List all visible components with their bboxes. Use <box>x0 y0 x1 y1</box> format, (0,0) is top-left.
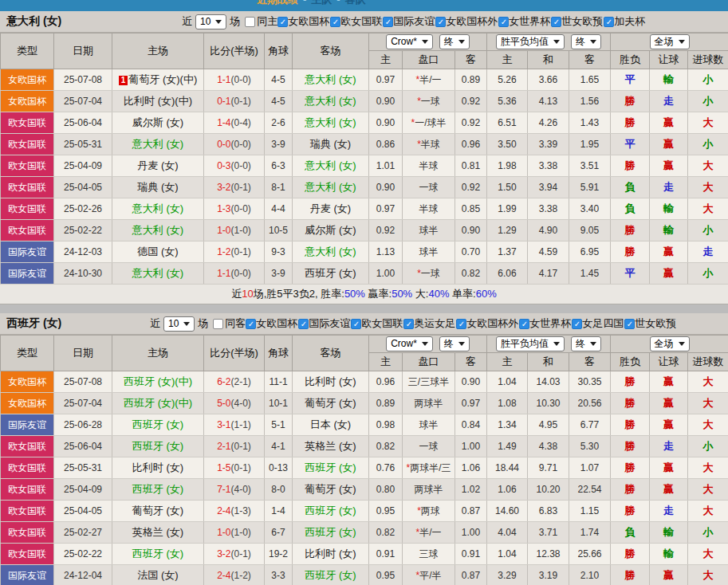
match-row: 欧女国联25-04-05葡萄牙 (女)2-4(1-3)1-4西班牙 (女)0.9… <box>1 501 728 522</box>
away-odds-cell: 0.84 <box>455 414 487 436</box>
scope-select[interactable]: 全场 <box>650 34 690 49</box>
result-handicap-cell: 輸 <box>650 198 688 220</box>
handicap-cell: 球半 <box>403 414 455 436</box>
result-wdl-cell: 勝 <box>611 479 650 501</box>
competition-checkbox[interactable]: ✓ <box>351 319 361 329</box>
same-venue-checkbox[interactable] <box>213 319 223 329</box>
col-result-wdl: 胜负 <box>611 51 650 69</box>
nav-link[interactable]: 客队 <box>345 0 366 6</box>
corner-cell: 6-3 <box>265 155 293 177</box>
odds-state-select[interactable]: 终 <box>439 336 470 351</box>
away-team-name: 意大利 (女) <box>305 159 356 171</box>
competition-checkbox[interactable]: ✓ <box>498 17 509 27</box>
avg-state-select[interactable]: 终 <box>571 336 601 351</box>
spain-section: 西班牙 (女) 近 10 场 同客 ✓女欧国杯✓国际友谊✓欧女国联✓奥运女足✓女… <box>0 313 728 585</box>
competition-checkbox[interactable]: ✓ <box>604 17 614 27</box>
avg-draw-cell: 3.38 <box>528 198 569 220</box>
same-venue-checkbox[interactable] <box>245 17 255 27</box>
away-team-name: 瑞典 (女) <box>310 138 351 150</box>
result-handicap-cell: 走 <box>650 91 688 112</box>
competition-checkbox[interactable]: ✓ <box>277 17 288 27</box>
competition-checkbox[interactable]: ✓ <box>572 319 582 329</box>
result-goals-cell: 小 <box>688 522 728 544</box>
odds-state-select[interactable]: 终 <box>439 34 470 49</box>
avg-draw-cell: 4.38 <box>528 436 569 457</box>
competition-checkbox[interactable]: ✓ <box>435 17 446 27</box>
chevron-down-icon <box>422 342 428 346</box>
type-cell: 女欧国杯 <box>1 371 54 393</box>
result-handicap-cell: 贏 <box>650 241 688 263</box>
nav-separator: - <box>336 0 340 6</box>
match-row: 欧女国联25-02-22西班牙 (女)3-2(0-1)19-2比利时 (女)0.… <box>1 544 728 565</box>
fulltime-score: 1-1 <box>217 268 230 279</box>
avg-away-cell: 25.66 <box>569 544 611 565</box>
result-wdl-cell: 平 <box>611 134 650 155</box>
competition-label: 国际友谊 <box>309 317 350 329</box>
competition-checkbox[interactable]: ✓ <box>246 319 256 329</box>
score-cell: 1-1(0-0) <box>204 69 265 91</box>
competition-checkbox[interactable]: ✓ <box>456 319 466 329</box>
away-odds-cell: 0.81 <box>455 155 487 177</box>
col-ah-away: 客 <box>455 353 487 371</box>
halftime-score: (4-0) <box>231 484 251 495</box>
competition-checkbox[interactable]: ✓ <box>403 319 414 329</box>
type-cell: 欧女国联 <box>1 134 54 155</box>
date-cell: 25-07-08 <box>54 371 112 393</box>
avg-state-select[interactable]: 终 <box>571 34 601 49</box>
date-cell: 25-07-08 <box>54 69 112 91</box>
competition-label: 女足四国 <box>582 317 624 329</box>
match-count-select[interactable]: 10 <box>163 316 195 332</box>
competition-checkbox[interactable]: ✓ <box>519 319 529 329</box>
date-cell: 25-07-04 <box>54 91 112 112</box>
filter-bar: 近 10 场 同客 ✓女欧国杯✓国际友谊✓欧女国联✓奥运女足✓女欧国杯外✓女世界… <box>150 316 677 332</box>
competition-checkbox[interactable]: ✓ <box>330 17 340 27</box>
team-title: 意大利 (女) <box>0 14 182 29</box>
away-team-cell: 意大利 (女) <box>293 155 369 177</box>
section-divider <box>0 304 728 313</box>
away-team-cell: 意大利 (女) <box>293 91 369 112</box>
scope-select[interactable]: 全场 <box>650 336 690 351</box>
odds-provider-select[interactable]: Crow* <box>386 336 433 351</box>
handicap-text: 一球 <box>421 268 440 279</box>
nav-link[interactable]: 主队 <box>311 0 332 6</box>
result-handicap-cell: 贏 <box>650 155 688 177</box>
halftime-score: (0-1) <box>231 246 251 257</box>
team-title: 西班牙 (女) <box>0 316 150 331</box>
away-odds-cell: 0.91 <box>455 544 487 565</box>
match-count-select[interactable]: 10 <box>195 14 226 29</box>
competition-checkbox[interactable]: ✓ <box>624 319 635 329</box>
result-wdl-cell: 勝 <box>611 112 650 134</box>
away-odds-cell: 1.02 <box>455 479 487 501</box>
avg-odds-select[interactable]: 胜平负均值 <box>496 336 565 351</box>
avg-draw-cell: 4.95 <box>528 414 569 436</box>
rank-badge: 1 <box>119 76 128 85</box>
result-handicap-cell: 輸 <box>650 220 688 241</box>
home-team-name: 法国 (女) <box>137 569 178 581</box>
avg-home-cell: 3.29 <box>487 565 528 585</box>
fulltime-score: 5-0 <box>217 398 230 409</box>
away-team-cell: 日本 (女) <box>293 414 369 436</box>
away-team-cell: 丹麦 (女) <box>293 198 369 220</box>
nav-link[interactable]: 近期战绩 <box>257 0 298 6</box>
competition-checkbox[interactable]: ✓ <box>383 17 393 27</box>
score-cell: 1-3(0-0) <box>204 198 265 220</box>
col-away: 客场 <box>293 33 369 69</box>
col-avg-away: 客 <box>569 51 611 69</box>
handicap-cell: 三球 <box>403 544 455 565</box>
match-row: 欧女国联25-02-22意大利 (女)1-0(1-0)10-5威尔斯 (女)0.… <box>1 220 728 241</box>
result-handicap-cell: 贏 <box>650 134 688 155</box>
corner-cell: 9-3 <box>265 241 293 263</box>
home-team-name: 意大利 (女) <box>132 224 183 236</box>
result-wdl-cell: 勝 <box>611 457 650 479</box>
competition-checkbox[interactable]: ✓ <box>298 319 309 329</box>
home-team-cell: 西班牙 (女) <box>112 436 204 457</box>
date-cell: 25-05-31 <box>54 134 112 155</box>
avg-odds-select[interactable]: 胜平负均值 <box>496 34 565 49</box>
result-handicap-cell: 贏 <box>650 457 688 479</box>
halftime-score: (1-1) <box>231 419 251 430</box>
avg-draw-cell: 6.83 <box>528 501 569 522</box>
competition-checkbox[interactable]: ✓ <box>551 17 561 27</box>
summary-segment: 单率: <box>449 288 475 300</box>
corner-cell: 5-1 <box>265 414 293 436</box>
odds-provider-select[interactable]: Crow* <box>386 34 433 49</box>
